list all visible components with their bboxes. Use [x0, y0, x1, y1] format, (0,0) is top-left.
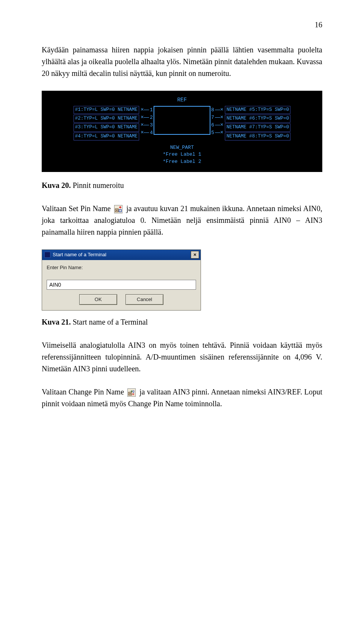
pin-label: NETNAME #7:TYP=S SWP=0: [225, 123, 290, 131]
caption-text: Pinnit numeroitu: [71, 181, 124, 189]
dialog-close-button[interactable]: ×: [191, 251, 199, 259]
pin-label: #2:TYP=L SWP=0 NETNAME: [74, 115, 139, 123]
stub-x-icon: ×: [141, 106, 144, 114]
left-stubs: ×1 ×2 ×3 ×4: [141, 106, 154, 136]
figure-21-caption: Kuva 21. Start name of a Terminal: [42, 316, 322, 328]
pin-num: 6: [210, 121, 215, 129]
dialog-app-icon: [44, 252, 50, 258]
svg-text:Q: Q: [132, 390, 135, 393]
figure-20-schematic: REF #1:TYP=L SWP=0 NETNAME #2:TYP=L SWP=…: [42, 91, 322, 172]
stub-x-icon: ×: [220, 121, 223, 129]
bottom-label: NEW_PART: [46, 144, 318, 151]
pin-name-input[interactable]: [47, 280, 196, 290]
dialog-prompt: Enter Pin Name:: [47, 264, 196, 271]
bottom-label: *Free Label 2: [46, 158, 318, 165]
pin-label: #4:TYP=L SWP=0 NETNAME: [74, 132, 139, 140]
ok-button[interactable]: OK: [79, 294, 117, 305]
svg-text:R: R: [132, 393, 134, 396]
paragraph-2: Valitaan Set Pin Name ja avautuu kuvan 2…: [42, 203, 322, 238]
left-pin-labels: #1:TYP=L SWP=0 NETNAME #2:TYP=L SWP=0 NE…: [74, 106, 139, 141]
paragraph-1: Käydään painamassa hiiren nappia jokaise…: [42, 44, 322, 79]
dialog-titlebar: Start name of a Terminal ×: [42, 250, 201, 260]
pin-num: 5: [210, 129, 215, 137]
pin-label: #1:TYP=L SWP=0 NETNAME: [74, 106, 139, 114]
stub-x-icon: ×: [220, 106, 223, 114]
right-stubs: 8× 7× 6× 5×: [210, 106, 223, 136]
right-pin-labels: NETNAME #5:TYP=S SWP=0 NETNAME #6:TYP=S …: [225, 106, 290, 141]
paragraph-4: Valitaan Change Pin Name Q R ja valitaan…: [42, 386, 322, 410]
svg-rect-5: [119, 210, 121, 212]
stub-x-icon: ×: [220, 114, 223, 122]
paragraph-3: Viimeisellä analogiatulolla AIN3 on myös…: [42, 339, 322, 375]
stub-x-icon: ×: [141, 114, 144, 122]
pin-label: NETNAME #6:TYP=S SWP=0: [225, 115, 290, 123]
pin-num: 4: [149, 129, 154, 137]
cancel-button[interactable]: Cancel: [126, 294, 163, 305]
pin-num: 3: [149, 121, 154, 129]
change-pin-name-icon: Q R: [127, 388, 136, 397]
dialog-title: Start name of a Terminal: [53, 251, 106, 259]
stub-x-icon: ×: [141, 129, 144, 137]
chip-outline: [154, 106, 210, 135]
figure-20-caption: Kuva 20. Pinnit numeroitu: [42, 180, 322, 191]
figure-21-dialog: Start name of a Terminal × Enter Pin Nam…: [42, 249, 201, 311]
pin-num: 7: [210, 114, 215, 121]
bottom-label: *Free Label 1: [46, 151, 318, 158]
pin-num: 8: [210, 106, 215, 114]
pin-num: 2: [149, 114, 154, 121]
caption-bold: Kuva 20.: [42, 181, 71, 189]
set-pin-name-icon: [114, 205, 122, 213]
stub-x-icon: ×: [220, 129, 223, 137]
paragraph-4a: Valitaan Change Pin Name: [42, 388, 126, 396]
caption-text: Start name of a Terminal: [71, 318, 148, 326]
pin-label: NETNAME #5:TYP=S SWP=0: [225, 106, 290, 114]
caption-bold: Kuva 21.: [42, 318, 71, 326]
schematic-ref: REF: [46, 96, 318, 104]
pin-num: 1: [149, 106, 154, 114]
schematic-bottom-labels: NEW_PART *Free Label 1 *Free Label 2: [46, 144, 318, 165]
pin-label: #3:TYP=L SWP=0 NETNAME: [74, 123, 139, 131]
paragraph-2a: Valitaan Set Pin Name: [42, 204, 113, 213]
stub-x-icon: ×: [141, 121, 144, 129]
pin-label: NETNAME #8:TYP=S SWP=0: [225, 132, 290, 140]
page-number: 16: [42, 19, 322, 31]
